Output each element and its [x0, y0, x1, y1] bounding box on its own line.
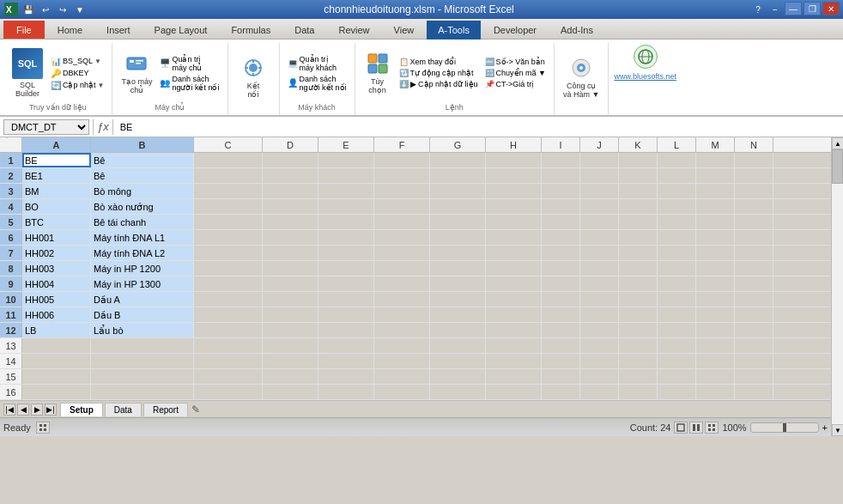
cell-h7[interactable] [486, 246, 542, 260]
cell-d1[interactable] [263, 153, 318, 167]
cell-k2[interactable] [619, 168, 658, 183]
cell-e1[interactable] [318, 153, 374, 167]
cell-a2[interactable]: BE1 [22, 168, 91, 183]
cell-l12[interactable] [658, 323, 696, 337]
col-header-e[interactable]: E [318, 137, 374, 152]
cell-i9[interactable] [542, 276, 580, 291]
cell-h15[interactable] [486, 369, 542, 384]
cell-l8[interactable] [658, 261, 696, 276]
cell-h2[interactable] [486, 168, 542, 183]
cell-e16[interactable] [318, 385, 374, 399]
chuyen-ma-btn[interactable]: 🔡 Chuyển mã ▼ [482, 68, 549, 78]
col-header-n[interactable]: N [735, 137, 773, 152]
cell-d7[interactable] [263, 246, 318, 260]
cell-e11[interactable] [318, 307, 374, 322]
cell-b16[interactable] [91, 385, 194, 399]
ket-noi-btn[interactable]: Kếtnối [236, 54, 270, 100]
col-header-a[interactable]: A [22, 137, 91, 152]
cell-c3[interactable] [194, 184, 263, 198]
cell-k16[interactable] [619, 385, 658, 399]
vertical-scrollbar[interactable]: ▲ ▼ [831, 137, 843, 436]
cell-h11[interactable] [486, 307, 542, 322]
cell-i8[interactable] [542, 261, 580, 276]
quan-tri-may-chu-btn[interactable]: 🖥️ Quản trịmáy chủ [157, 54, 221, 73]
cell-f10[interactable] [374, 292, 430, 307]
cell-l9[interactable] [658, 276, 696, 291]
cell-c9[interactable] [194, 276, 263, 291]
cell-b3[interactable]: Bò mông [91, 184, 194, 198]
tab-page-layout[interactable]: Page Layout [143, 21, 219, 39]
cell-b9[interactable]: Máy in HP 1300 [91, 276, 194, 291]
sheet-nav-last[interactable]: ▶| [45, 404, 57, 416]
minimize-btn[interactable]: — [785, 2, 802, 15]
cell-n15[interactable] [735, 369, 773, 384]
cell-m10[interactable] [696, 292, 735, 307]
cell-f11[interactable] [374, 307, 430, 322]
scroll-track[interactable] [832, 149, 843, 424]
cell-n10[interactable] [735, 292, 773, 307]
cell-k9[interactable] [619, 276, 658, 291]
cell-m16[interactable] [696, 385, 735, 399]
cell-n14[interactable] [735, 354, 773, 368]
cell-j2[interactable] [580, 168, 619, 183]
cell-h6[interactable] [486, 230, 542, 245]
cell-m6[interactable] [696, 230, 735, 245]
cell-f6[interactable] [374, 230, 430, 245]
cell-h13[interactable] [486, 338, 542, 353]
cell-j5[interactable] [580, 215, 619, 229]
cell-b7[interactable]: Máy tính ĐNA L2 [91, 246, 194, 260]
quickaccess-dropdown[interactable]: ▼ [72, 2, 88, 17]
cell-c1[interactable] [194, 153, 263, 167]
cell-l2[interactable] [658, 168, 696, 183]
cell-g2[interactable] [430, 168, 486, 183]
cell-i1[interactable] [542, 153, 580, 167]
tu-dong-cap-nhat-btn[interactable]: 🔃 Tự động cập nhật [397, 68, 481, 78]
tuy-chon-btn[interactable]: Tùychọn [361, 50, 395, 96]
cell-e13[interactable] [318, 338, 374, 353]
tao-may-chu-btn[interactable]: Tạo máychủ [118, 50, 155, 96]
cell-c7[interactable] [194, 246, 263, 260]
tab-data[interactable]: Data [283, 21, 325, 39]
cell-d4[interactable] [263, 199, 318, 214]
cell-g12[interactable] [430, 323, 486, 337]
cell-h16[interactable] [486, 385, 542, 399]
quan-tri-may-khach-btn[interactable]: 💻 Quản trịmáy khách [285, 54, 349, 73]
cell-f7[interactable] [374, 246, 430, 260]
zoom-in-btn[interactable]: + [822, 422, 828, 433]
cell-n1[interactable] [735, 153, 773, 167]
cell-b1[interactable]: Bê [91, 153, 194, 167]
cell-b2[interactable]: Bê [91, 168, 194, 183]
cell-f8[interactable] [374, 261, 430, 276]
cell-c10[interactable] [194, 292, 263, 307]
cell-b10[interactable]: Dầu A [91, 292, 194, 307]
cell-j6[interactable] [580, 230, 619, 245]
cell-a1[interactable]: BE [22, 153, 91, 167]
cell-c11[interactable] [194, 307, 263, 322]
tab-insert[interactable]: Insert [95, 21, 142, 39]
cell-k15[interactable] [619, 369, 658, 384]
page-break-view-btn[interactable] [705, 422, 719, 434]
cell-c15[interactable] [194, 369, 263, 384]
cell-e14[interactable] [318, 354, 374, 368]
cell-d14[interactable] [263, 354, 318, 368]
cell-g9[interactable] [430, 276, 486, 291]
cell-l16[interactable] [658, 385, 696, 399]
cell-e8[interactable] [318, 261, 374, 276]
cell-i2[interactable] [542, 168, 580, 183]
ribbon-toggle-btn[interactable]: − [767, 2, 783, 17]
col-header-g[interactable]: G [430, 137, 486, 152]
cell-g14[interactable] [430, 354, 486, 368]
cell-i10[interactable] [542, 292, 580, 307]
cell-c8[interactable] [194, 261, 263, 276]
cell-g10[interactable] [430, 292, 486, 307]
cell-j10[interactable] [580, 292, 619, 307]
cell-a10[interactable]: HH005 [22, 292, 91, 307]
cell-n6[interactable] [735, 230, 773, 245]
cell-n13[interactable] [735, 338, 773, 353]
col-header-d[interactable]: D [263, 137, 318, 152]
cell-a8[interactable]: HH003 [22, 261, 91, 276]
cell-l11[interactable] [658, 307, 696, 322]
cell-h9[interactable] [486, 276, 542, 291]
cell-b12[interactable]: Lẩu bò [91, 323, 194, 337]
cell-j3[interactable] [580, 184, 619, 198]
